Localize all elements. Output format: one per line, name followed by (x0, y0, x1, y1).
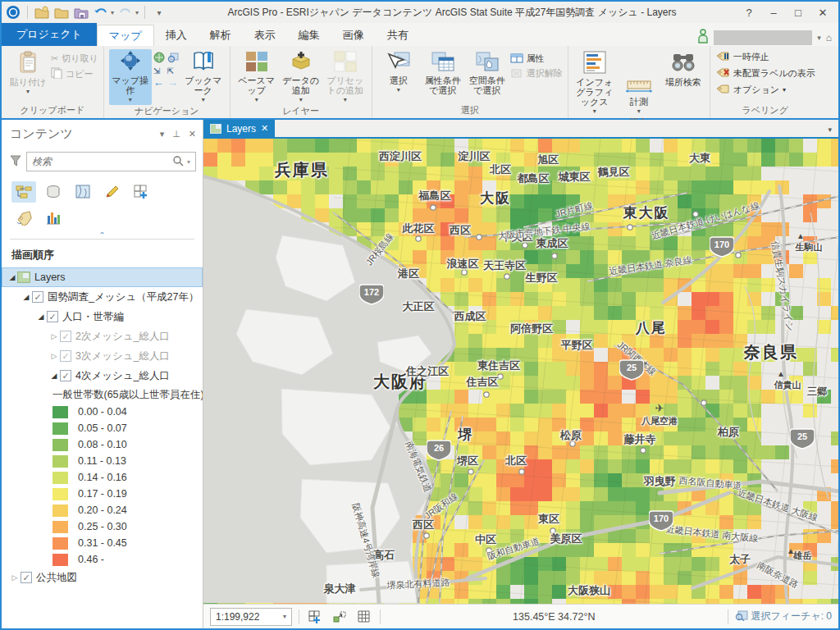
legend-swatch[interactable] (52, 488, 68, 500)
selected-features-status[interactable]: 選択フィーチャ: 0 (735, 609, 832, 623)
list-by-editing-button[interactable] (100, 181, 125, 203)
clear-selection-button[interactable]: 選択解除 (510, 67, 563, 80)
legend-swatch[interactable] (52, 521, 68, 533)
add-preset-button[interactable]: プリセットの追加▾ (324, 49, 367, 105)
toolbar-collapse-chevron[interactable]: ⌃ (10, 232, 194, 240)
legend-swatch[interactable] (52, 422, 68, 435)
legend-swatch[interactable] (52, 554, 68, 566)
search-input[interactable] (32, 156, 172, 167)
tree-item-base-map[interactable]: ▷✓公共地図 (2, 568, 203, 587)
list-by-charts-button[interactable] (41, 208, 66, 229)
tab-3[interactable]: 表示 (243, 25, 287, 46)
list-by-drawing-order-button[interactable] (11, 181, 36, 203)
tab-list-dropdown-icon[interactable]: ▾ (828, 126, 832, 134)
list-by-snapping-button[interactable] (130, 181, 154, 203)
legend-swatch[interactable] (52, 504, 68, 517)
map-tab-layers[interactable]: Layers ✕ (203, 120, 275, 137)
save-project-button[interactable] (73, 4, 89, 21)
tab-1[interactable]: 挿入 (154, 25, 199, 46)
labeling-unplaced-button[interactable]: 未配置ラベルの表示 (715, 67, 815, 80)
help-button[interactable]: ? (737, 3, 761, 21)
tab-5[interactable]: 画像 (331, 25, 376, 46)
expander-open-icon[interactable]: ◢ (21, 293, 31, 301)
layer-checkbox[interactable]: ✓ (32, 291, 43, 303)
infographics-button[interactable]: インフォグラフィックス▾ (573, 49, 616, 116)
full-extent-icon[interactable] (153, 52, 167, 66)
cut-button[interactable]: ✂切り取り (51, 52, 98, 65)
prev-extent-icon[interactable]: ← (153, 76, 167, 89)
bookmarks-button[interactable]: ブックマーク▾ (182, 49, 225, 105)
search-dropdown-icon[interactable]: ▾ (187, 158, 190, 166)
filter-icon[interactable] (10, 155, 21, 169)
select-button[interactable]: 選択▾ (377, 49, 420, 95)
signed-in-user[interactable] (714, 30, 812, 45)
pane-menu-icon[interactable]: ▾ (160, 129, 165, 139)
tab-4[interactable]: 編集 (287, 25, 331, 46)
layer-checkbox[interactable]: ✓ (21, 572, 32, 583)
expander-closed-icon[interactable]: ▷ (10, 573, 20, 582)
legend-swatch[interactable] (52, 472, 68, 484)
tab-0[interactable]: マップ (97, 25, 154, 46)
map-tab-close-icon[interactable]: ✕ (261, 123, 268, 134)
new-project-button[interactable] (34, 4, 50, 21)
locate-button[interactable]: 場所検索 (662, 49, 705, 89)
add-grid-icon[interactable] (306, 609, 324, 625)
attributes-button[interactable]: 属性 (510, 52, 563, 65)
explore-button[interactable]: マップ操作▾ (109, 49, 152, 105)
ribbon-collapse-icon[interactable]: ⌂ (826, 32, 832, 43)
copy-button[interactable]: コピー (51, 67, 98, 80)
select-by-location-button[interactable]: 空間条件で選択 (466, 49, 509, 97)
measure-button[interactable]: 計測▾ (618, 77, 660, 116)
pane-close-icon[interactable]: ✕ (189, 129, 196, 139)
tree-item-census-group[interactable]: ◢✓国勢調査_メッシュ（平成27年） (2, 287, 203, 307)
expander-open-icon[interactable]: ◢ (49, 372, 59, 380)
open-project-button[interactable] (53, 4, 70, 21)
legend-swatch[interactable] (52, 537, 68, 550)
redo-dropdown[interactable]: ▾ (135, 9, 139, 16)
user-dropdown-icon[interactable]: ▾ (817, 34, 821, 42)
close-button[interactable]: ✕ (810, 3, 835, 21)
expander-open-icon[interactable]: ◢ (36, 313, 46, 321)
list-by-labeling-button[interactable] (11, 208, 36, 229)
labeling-options-button[interactable]: オプション▾ (715, 84, 815, 96)
tab-6[interactable]: 共有 (376, 25, 420, 46)
tree-item-mesh-layer-2[interactable]: ◢✓4次メッシュ_総人口 (2, 366, 203, 386)
undo-button[interactable] (93, 4, 109, 21)
maximize-button[interactable]: □ (786, 3, 810, 21)
add-data-button[interactable]: データの追加▾ (280, 49, 322, 105)
tree-item-mesh-layer-1[interactable]: ▷✓3次メッシュ_総人口 (2, 346, 203, 366)
layer-checkbox[interactable]: ✓ (60, 350, 71, 362)
fixed-zoom-in-icon[interactable]: ⇲ (153, 66, 167, 75)
grid-icon[interactable] (355, 609, 373, 625)
expander-open-icon[interactable]: ◢ (7, 273, 17, 281)
undo-dropdown[interactable]: ▾ (111, 9, 114, 16)
legend-swatch[interactable] (52, 406, 68, 418)
labeling-pause-button[interactable]: 一時停止 (715, 51, 815, 63)
snap-toggle-icon[interactable] (331, 609, 349, 625)
map-canvas[interactable]: 兵庫県大阪府奈良県大阪東大阪八尾堺西淀川区淀川区旭区北区都島区城東区鶴見区大東福… (203, 139, 838, 604)
customize-qat-button[interactable]: ▾ (151, 4, 167, 21)
legend-swatch[interactable] (52, 455, 68, 468)
search-box[interactable]: ▾ (26, 152, 196, 171)
zoom-selection-icon[interactable] (167, 52, 180, 66)
layer-checkbox[interactable]: ✓ (47, 311, 58, 322)
expander-closed-icon[interactable]: ▷ (49, 352, 59, 360)
tab-2[interactable]: 解析 (199, 25, 243, 46)
tree-item-layers[interactable]: ◢Layers (2, 267, 203, 287)
pane-pin-icon[interactable]: ⊥ (172, 129, 180, 139)
search-icon[interactable] (172, 155, 184, 169)
next-extent-icon[interactable]: → (167, 76, 180, 89)
layer-checkbox[interactable]: ✓ (60, 331, 71, 342)
redo-button[interactable] (117, 4, 134, 21)
list-by-selection-button[interactable] (71, 181, 95, 203)
fixed-zoom-out-icon[interactable]: ⇱ (167, 66, 180, 75)
expander-closed-icon[interactable]: ▷ (49, 332, 59, 340)
legend-swatch[interactable] (52, 439, 68, 451)
tree-item-mesh-layer-0[interactable]: ▷✓2次メッシュ_総人口 (2, 326, 203, 346)
list-by-data-source-button[interactable] (41, 181, 66, 203)
select-by-attributes-button[interactable]: 属性条件で選択 (422, 49, 464, 97)
tree-item-population-group[interactable]: ◢✓人口・世帯編 (2, 307, 203, 326)
tab-project[interactable]: プロジェクト (2, 23, 97, 46)
minimize-button[interactable]: – (761, 3, 786, 21)
basemap-button[interactable]: ベースマップ▾ (235, 49, 278, 105)
